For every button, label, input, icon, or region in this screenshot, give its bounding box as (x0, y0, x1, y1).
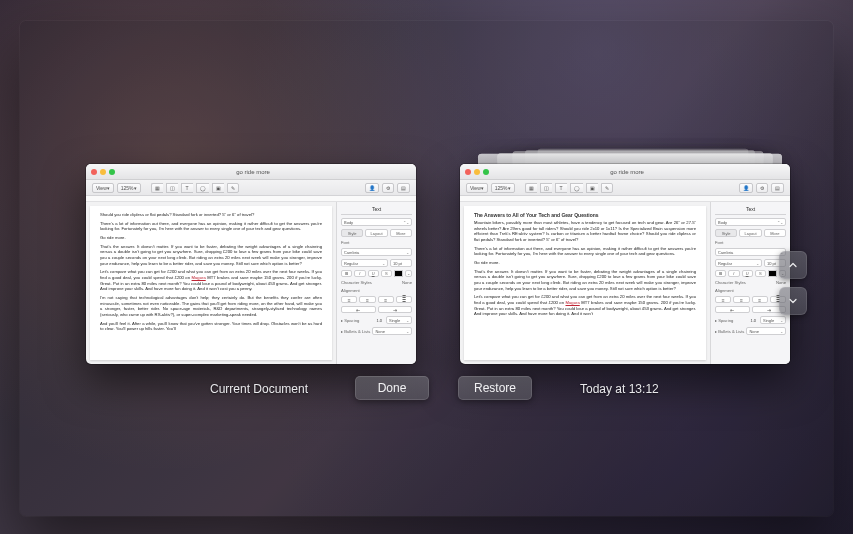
inspector-label: Font (341, 240, 412, 245)
titlebar: go ride more (460, 164, 790, 180)
insert-media-button[interactable]: ▣ (586, 183, 598, 193)
align-right-button[interactable]: ≡ (752, 296, 768, 303)
text-options-button[interactable]: ⌄ (405, 270, 412, 277)
document-panel-button[interactable]: ▤ (397, 183, 410, 193)
next-version-button[interactable] (779, 287, 807, 315)
indent-button[interactable]: ⇥ (378, 306, 413, 313)
document-heading: The Answers to All of Your Tech and Gear… (474, 212, 696, 218)
text-color-swatch[interactable] (394, 270, 403, 277)
body-text: And you'll feel it. After a while, you'l… (100, 321, 322, 332)
spacing-mode-dropdown[interactable]: Single⌄ (760, 316, 786, 324)
bold-button[interactable]: B (341, 270, 352, 277)
insert-text-button[interactable]: T (555, 183, 567, 193)
inspector-label: Alignment (341, 288, 412, 293)
bullets-dropdown[interactable]: None⌄ (372, 327, 412, 335)
body-text: There's a lot of information out there, … (100, 221, 322, 232)
close-icon[interactable] (465, 169, 471, 175)
tab-style[interactable]: Style (341, 229, 363, 237)
insert-chart-button[interactable]: ◫ (166, 183, 178, 193)
tab-more[interactable]: More (764, 229, 786, 237)
version-document-window[interactable]: go ride more View ▾ 125% ▾ ▦ ◫ T ◯ ▣ ✎ 👤… (460, 164, 790, 364)
outdent-button[interactable]: ⇤ (715, 306, 750, 313)
italic-button[interactable]: I (728, 270, 739, 277)
align-right-button[interactable]: ≡ (378, 296, 394, 303)
align-justify-button[interactable]: ≣ (396, 296, 412, 303)
format-panel-button[interactable]: ⚙ (382, 183, 394, 193)
insert-shape-button[interactable]: ◯ (570, 183, 583, 193)
tab-more[interactable]: More (390, 229, 412, 237)
strike-button[interactable]: S (755, 270, 766, 277)
underline-button[interactable]: U (368, 270, 379, 277)
insert-shape-button[interactable]: ◯ (196, 183, 209, 193)
bullets-dropdown[interactable]: None⌄ (746, 327, 786, 335)
current-document-window[interactable]: go ride more View ▾ 125% ▾ ▦ ◫ T ◯ ▣ ✎ 👤… (86, 164, 416, 364)
inspector-label: ▸ Bullets & Lists (341, 329, 370, 334)
inspector-value: None (402, 280, 412, 285)
window-title: go ride more (115, 169, 391, 175)
window-title: go ride more (489, 169, 765, 175)
collaborate-button[interactable]: 👤 (739, 183, 753, 193)
minimize-icon[interactable] (474, 169, 480, 175)
view-menu-button[interactable]: View ▾ (92, 183, 114, 193)
insert-table-button[interactable]: ▦ (525, 183, 537, 193)
insert-table-button[interactable]: ▦ (151, 183, 163, 193)
zoom-menu-button[interactable]: 125% ▾ (491, 183, 515, 193)
font-weight-dropdown[interactable]: Regular⌄ (341, 259, 388, 267)
traffic-lights (91, 169, 115, 175)
inspector-label: ▸ Spacing (715, 318, 733, 323)
underline-button[interactable]: U (742, 270, 753, 277)
close-icon[interactable] (91, 169, 97, 175)
strike-button[interactable]: S (381, 270, 392, 277)
paragraph-style-dropdown[interactable]: Body⌃⌄ (341, 218, 412, 226)
body-text: Mountain bikers, possibly more than most… (474, 220, 696, 243)
insert-chart-button[interactable]: ◫ (540, 183, 552, 193)
font-size-field[interactable]: 10 pt (390, 259, 412, 267)
inspector-tab-text[interactable]: Text (341, 206, 412, 215)
text-color-swatch[interactable] (768, 270, 777, 277)
spacing-mode-dropdown[interactable]: Single⌄ (386, 316, 412, 324)
highlighted-word: Magura (192, 275, 206, 280)
align-left-button[interactable]: ≡ (715, 296, 731, 303)
minimize-icon[interactable] (100, 169, 106, 175)
restore-button[interactable]: Restore (458, 376, 532, 400)
document-page: The Answers to All of Your Tech and Gear… (464, 206, 706, 360)
outdent-button[interactable]: ⇤ (341, 306, 376, 313)
inspector-tab-text[interactable]: Text (715, 206, 786, 215)
font-family-dropdown[interactable]: Cambria⌄ (715, 248, 786, 256)
document-panel-button[interactable]: ▤ (771, 183, 784, 193)
tab-layout[interactable]: Layout (739, 229, 761, 237)
versions-browser: go ride more View ▾ 125% ▾ ▦ ◫ T ◯ ▣ ✎ 👤… (0, 0, 853, 534)
titlebar: go ride more (86, 164, 416, 180)
italic-button[interactable]: I (354, 270, 365, 277)
body-text: There's a lot of information out there, … (474, 246, 696, 257)
insert-text-button[interactable]: T (181, 183, 193, 193)
tab-layout[interactable]: Layout (365, 229, 387, 237)
zoom-menu-button[interactable]: 125% ▾ (117, 183, 141, 193)
format-panel-button[interactable]: ⚙ (756, 183, 768, 193)
collaborate-button[interactable]: 👤 (365, 183, 379, 193)
highlighted-word: Magura (566, 300, 580, 305)
body-text: That's the answer. It doesn't matter. If… (100, 244, 322, 267)
format-inspector: Text Body⌃⌄ Style Layout More Font Cambr… (710, 202, 790, 364)
align-center-button[interactable]: ≡ (359, 296, 375, 303)
chevron-up-icon (787, 259, 799, 271)
spacing-value: 1.0 (361, 318, 384, 323)
done-button[interactable]: Done (355, 376, 429, 400)
tab-style[interactable]: Style (715, 229, 737, 237)
view-menu-button[interactable]: View ▾ (466, 183, 488, 193)
font-weight-dropdown[interactable]: Regular⌄ (715, 259, 762, 267)
insert-comment-button[interactable]: ✎ (227, 183, 239, 193)
body-text: Should you ride clipless or flat pedals?… (100, 212, 322, 218)
align-left-button[interactable]: ≡ (341, 296, 357, 303)
inspector-label: Character Styles (341, 280, 372, 285)
inspector-label: Character Styles (715, 280, 746, 285)
font-family-dropdown[interactable]: Cambria⌄ (341, 248, 412, 256)
paragraph-style-dropdown[interactable]: Body⌃⌄ (715, 218, 786, 226)
align-center-button[interactable]: ≡ (733, 296, 749, 303)
insert-comment-button[interactable]: ✎ (601, 183, 613, 193)
toolbar: View ▾ 125% ▾ ▦ ◫ T ◯ ▣ ✎ 👤 ⚙ ▤ (460, 180, 790, 196)
inspector-value: None (776, 280, 786, 285)
insert-media-button[interactable]: ▣ (212, 183, 224, 193)
bold-button[interactable]: B (715, 270, 726, 277)
previous-version-button[interactable] (779, 251, 807, 279)
